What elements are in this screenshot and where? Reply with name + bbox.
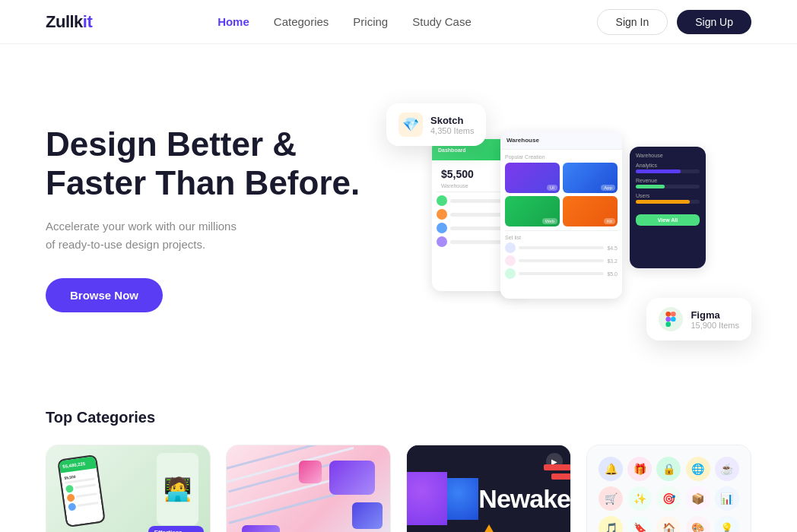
fonts-mockup: ▶ Newake <box>407 445 570 532</box>
categories-section: Top Categories $5,480,225 $5,500 <box>0 378 797 532</box>
icon-blob-3: 🔒 <box>656 457 681 481</box>
figma-icon <box>659 307 683 331</box>
icon-blob-8: 🎯 <box>656 486 681 511</box>
category-card-fonts[interactable]: ▶ Newake Fonts 0 items <box>406 445 571 532</box>
svg-rect-2 <box>666 317 672 322</box>
fonts-image: ▶ Newake <box>407 445 570 532</box>
sphere-purple <box>407 472 447 525</box>
website-ui-mockup <box>227 445 390 532</box>
browse-now-button[interactable]: Browse Now <box>46 278 163 312</box>
effortless-tag: Effortless,integrated app. <box>148 526 204 532</box>
signin-button[interactable]: Sign In <box>597 9 668 35</box>
figma-label: Figma <box>691 309 739 321</box>
icon-blob-4: 🌐 <box>686 457 710 481</box>
website-ui-image <box>227 445 390 532</box>
sketch-icon: 💎 <box>398 112 423 137</box>
sphere-blue <box>447 478 479 520</box>
nav-actions: Sign In Sign Up <box>597 9 751 35</box>
nav-pricing[interactable]: Pricing <box>353 15 388 28</box>
fonts-display-text: Newake <box>478 486 570 511</box>
icon-blob-10: 📊 <box>715 486 739 511</box>
categories-section-title: Top Categories <box>46 409 751 426</box>
icon-blob-9: 📦 <box>686 486 710 511</box>
nav-links: Home Categories Pricing Study Case <box>218 15 472 28</box>
sketch-label: Skotch <box>430 115 474 126</box>
svg-point-4 <box>671 317 676 322</box>
icon-blob-5: ☕ <box>715 457 739 481</box>
icon-blob-1: 🔔 <box>599 457 623 481</box>
icon-blob-7: ✨ <box>627 486 652 511</box>
navbar: Zullkit Home Categories Pricing Study Ca… <box>0 0 797 44</box>
icon-blob-11: 🎵 <box>599 516 623 532</box>
mobile-ui-image: $5,480,225 $5,500 <box>46 445 210 532</box>
iconset-mockup: 🔔 🎁 🔒 🌐 ☕ 🛒 ✨ 🎯 📦 📊 🎵 🔖 🏠 🎨 💡 <box>587 445 751 532</box>
icon-blob-13: 🏠 <box>656 516 681 532</box>
categories-grid: $5,480,225 $5,500 <box>46 445 751 532</box>
category-card-mobile-ui[interactable]: $5,480,225 $5,500 <box>46 445 211 532</box>
nav-study-case[interactable]: Study Case <box>412 15 472 28</box>
nav-home[interactable]: Home <box>218 15 249 28</box>
mobile-ui-mockup: $5,480,225 $5,500 <box>46 445 210 532</box>
icon-blob-12: 🔖 <box>627 516 652 532</box>
logo[interactable]: Zullkit <box>46 12 92 32</box>
hero-subtitle: Accelerate your work with our millions o… <box>46 217 365 254</box>
sketch-items: 4,350 Items <box>430 126 474 135</box>
hero-title: Design Better & Faster Than Before. <box>46 125 365 202</box>
triangle-shape <box>478 524 500 532</box>
icon-blob-2: 🎁 <box>627 457 652 481</box>
hero-screen-3: Warehouse Analytics Revenue Users View A… <box>630 147 706 268</box>
hero-screen3-button[interactable]: View All <box>636 214 700 226</box>
hero-screens-area: Dashboard $5,500 Warehouse $4.5 $3.1 <box>432 131 706 306</box>
icon-blob-15: 💡 <box>715 516 739 532</box>
hero-illustration: 💎 Skotch 4,350 Items Dashboard $5,500 Wa… <box>371 90 751 348</box>
svg-rect-3 <box>666 321 672 327</box>
svg-rect-1 <box>671 312 676 317</box>
category-card-website-ui[interactable]: Website UI Kit 1 items <box>226 445 391 532</box>
hero-section: Design Better & Faster Than Before. Acce… <box>0 44 797 378</box>
figma-card: Figma 15,900 Items <box>646 298 751 340</box>
signup-button[interactable]: Sign Up <box>677 10 751 34</box>
category-card-iconset[interactable]: 🔔 🎁 🔒 🌐 ☕ 🛒 ✨ 🎯 📦 📊 🎵 🔖 🏠 🎨 💡 <box>586 445 751 532</box>
red-banner-2 <box>551 473 570 480</box>
iconset-image: 🔔 🎁 🔒 🌐 ☕ 🛒 ✨ 🎯 📦 📊 🎵 🔖 🏠 🎨 💡 <box>587 445 751 532</box>
icon-blob-14: 🎨 <box>686 516 710 532</box>
hero-left: Design Better & Faster Than Before. Acce… <box>46 125 365 312</box>
nav-categories[interactable]: Categories <box>274 15 329 28</box>
figma-items: 15,900 Items <box>691 321 739 330</box>
icon-blob-6: 🛒 <box>599 486 623 511</box>
sketch-card: 💎 Skotch 4,350 Items <box>386 103 486 146</box>
svg-rect-0 <box>666 312 672 317</box>
hero-screen-2: Warehouse Popular Creation UI App Web Ki… <box>500 131 622 299</box>
red-banner-1 <box>544 464 570 470</box>
